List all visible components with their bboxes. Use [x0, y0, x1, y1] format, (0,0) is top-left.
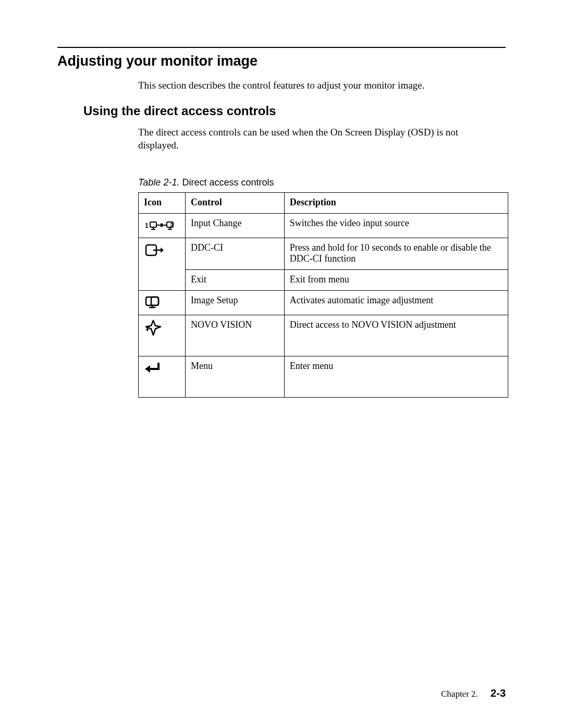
- exit-icon: [144, 244, 165, 254]
- image-setup-icon: [144, 296, 165, 306]
- direct-access-paragraph: The direct access controls can be used w…: [138, 126, 500, 152]
- control-cell: NOVO VISION: [185, 315, 284, 356]
- table-row: 1: [139, 213, 508, 238]
- heading-adjusting: Adjusting your monitor image: [57, 53, 506, 69]
- control-cell: Menu: [185, 356, 284, 397]
- table-caption: Table 2-1. Direct access controls: [138, 177, 500, 188]
- th-control: Control: [185, 192, 284, 213]
- description-cell: Direct access to NOVO VISION adjustment: [284, 315, 508, 356]
- page-footer: Chapter 2. 2-3: [441, 687, 506, 699]
- description-cell: Switches the video input source: [284, 213, 508, 238]
- svg-text:2: 2: [170, 222, 174, 229]
- svg-marker-19: [145, 365, 150, 373]
- table-row: Image Setup Activates automatic image ad…: [139, 290, 508, 315]
- table-row: Exit Exit from menu: [139, 269, 508, 290]
- icon-cell: [139, 356, 186, 397]
- description-cell: Activates automatic image adjustment: [284, 290, 508, 315]
- svg-rect-1: [150, 222, 156, 227]
- svg-text:1: 1: [145, 222, 149, 229]
- icon-cell: [139, 290, 186, 315]
- description-cell: Enter menu: [284, 356, 508, 397]
- icon-cell: [139, 315, 186, 356]
- control-cell: Exit: [185, 269, 284, 290]
- table-caption-label: Table 2-1.: [138, 177, 179, 188]
- icon-cell: 1: [139, 213, 186, 238]
- control-cell: Image Setup: [185, 290, 284, 315]
- footer-chapter-label: Chapter 2.: [441, 689, 478, 699]
- svg-marker-17: [146, 320, 161, 335]
- table-row: NOVO VISION Direct access to NOVO VISION…: [139, 315, 508, 356]
- footer-page-number: 2-3: [491, 687, 506, 699]
- control-cell: DDC-CI: [185, 238, 284, 269]
- page: Adjusting your monitor image This sectio…: [0, 0, 563, 728]
- icon-cell: [139, 238, 186, 290]
- svg-rect-14: [151, 297, 158, 305]
- section-rule: [57, 47, 506, 48]
- menu-enter-icon: [144, 362, 162, 373]
- table-row: Menu Enter menu: [139, 356, 508, 397]
- svg-rect-13: [146, 297, 158, 305]
- th-description: Description: [284, 192, 508, 213]
- description-cell: Press and hold for 10 seconds to enable …: [284, 238, 508, 269]
- description-cell: Exit from menu: [284, 269, 508, 290]
- novo-vision-icon: [144, 322, 163, 332]
- input-change-icon: 1: [144, 219, 174, 229]
- direct-access-controls-table: Icon Control Description 1: [138, 192, 508, 398]
- heading-direct-access: Using the direct access controls: [83, 104, 500, 118]
- table-caption-text: Direct access controls: [182, 177, 274, 188]
- intro-paragraph: This section describes the control featu…: [138, 79, 500, 92]
- table-row: DDC-CI Press and hold for 10 seconds to …: [139, 238, 508, 269]
- table-header-row: Icon Control Description: [139, 192, 508, 213]
- control-cell: Input Change: [185, 213, 284, 238]
- svg-marker-12: [161, 248, 164, 253]
- th-icon: Icon: [139, 192, 186, 213]
